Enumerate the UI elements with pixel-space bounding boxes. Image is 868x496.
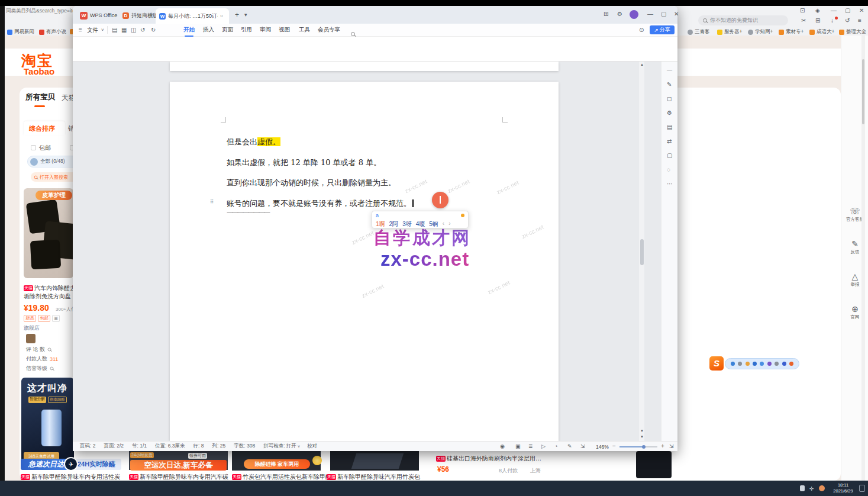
file-menu[interactable]: 文件 [87, 27, 98, 34]
status-proofread[interactable]: 校对 [307, 443, 317, 450]
tab-review[interactable]: 审阅 [260, 26, 271, 34]
browser-search-box[interactable]: 你不知道的免费知识 [698, 15, 788, 25]
read-mode-icon[interactable]: ▢ [667, 153, 672, 159]
product-title[interactable]: 天猫新车除甲醛除异味车内专用活性炭 [21, 473, 120, 481]
save-icon[interactable]: ▤ [112, 27, 117, 33]
hamburger-icon[interactable]: ≡ [79, 27, 82, 33]
bookmark-item[interactable]: 网易新闻 [7, 28, 34, 36]
ribbon-search-icon[interactable] [351, 32, 355, 36]
image-tool-icon[interactable]: ▤ [667, 124, 672, 130]
browser-minimize-button[interactable]: — [831, 8, 837, 14]
tool-icon[interactable] [753, 362, 757, 366]
chevron-down-icon[interactable]: ˅ [101, 28, 104, 33]
ime-next-icon[interactable]: › [448, 220, 450, 228]
web-view-icon[interactable]: ◔ [554, 444, 557, 449]
product-title[interactable]: 天猫新车除甲醛除异味车内专用汽车碳 [129, 473, 228, 481]
layout-grid-icon[interactable]: ⊞ [604, 11, 608, 17]
notification-center-icon[interactable] [859, 485, 865, 492]
product-image[interactable] [636, 451, 672, 478]
tool-icon[interactable] [789, 362, 793, 366]
notify-icon[interactable]: ⊙ [639, 27, 644, 33]
tool-icon[interactable] [760, 362, 764, 366]
tab-tools[interactable]: 工具 [299, 26, 310, 34]
capture-toolbar-buttons[interactable] [725, 358, 799, 369]
bookmark-item[interactable]: 整理大全 [839, 28, 866, 36]
share-button[interactable]: ↗ 分享 [650, 25, 675, 34]
zoom-in-icon[interactable]: + [661, 443, 664, 449]
more-tools-icon[interactable]: ⋯ [667, 181, 673, 187]
ime-candidate[interactable]: 1啊 [376, 220, 385, 228]
shop-link[interactable]: 旗舰店 [24, 324, 40, 332]
account-avatar[interactable] [630, 10, 638, 19]
tray-arrow-icon[interactable]: ✛ [809, 486, 814, 492]
ime-candidate[interactable]: 3呀 [402, 220, 412, 228]
undo-icon[interactable]: ↺ [140, 27, 145, 33]
shield-icon[interactable]: ◈ [815, 8, 820, 14]
extension-icon[interactable]: ⊡ [800, 8, 805, 14]
zoom-slider[interactable] [619, 446, 657, 447]
print-icon[interactable]: ▦ [121, 27, 127, 33]
scroll-down-icon[interactable]: ▼ [640, 429, 644, 433]
browser-menu-icon[interactable]: ≡ [858, 18, 861, 24]
product-title[interactable]: 天猫新车除甲醛除异味汽车用竹炭包 [327, 473, 420, 481]
wps-active-doc-tab[interactable]: W 每月小结: …1万50订单 ○ [156, 8, 229, 24]
ime-settings-dot[interactable] [461, 214, 464, 217]
document-scrollbar[interactable]: ▲ ▼ ▼ [639, 62, 644, 441]
tool-icon[interactable] [746, 362, 750, 366]
tab-insert[interactable]: 插入 [203, 26, 214, 34]
tab-member[interactable]: 会员专享 [318, 26, 340, 34]
bookmark-item[interactable]: 学知网+ [748, 28, 773, 36]
tool-icon[interactable] [767, 362, 772, 366]
next-page-icon[interactable]: ▼ [640, 435, 644, 439]
clock[interactable]: 18:11 2021/6/29 [830, 482, 857, 494]
scroll-up-icon[interactable]: ▲ [640, 63, 644, 66]
seller-filter-pill[interactable]: 全部 (0/48) [27, 156, 79, 168]
help-icon[interactable]: ◌ [667, 167, 670, 173]
wps-maximize-button[interactable]: ▢ [661, 11, 666, 17]
bookmark-item[interactable]: 成语大+ [809, 28, 834, 36]
ime-candidate[interactable]: 4嗄 [416, 220, 425, 228]
product-image[interactable]: 皮革护理 [24, 188, 73, 278]
switch-view-icon[interactable]: ⇄ [667, 139, 672, 144]
outline-view-icon[interactable]: ≣ [528, 444, 533, 449]
paragraph-1[interactable]: 但是会出虚假。 [227, 137, 280, 147]
tab-reference[interactable]: 引用 [241, 26, 252, 34]
eye-protect-icon[interactable]: ◉ [500, 444, 505, 449]
tool-icon[interactable] [775, 362, 779, 366]
tab-view[interactable]: 视图 [279, 26, 290, 34]
tab-all-items[interactable]: 所有宝贝 [25, 92, 55, 102]
paragraph-4[interactable]: 账号的问题，要不就是账号没有养，或者注册不规范。 [227, 198, 414, 209]
tray-app-icon[interactable] [819, 485, 825, 491]
ime-candidates[interactable]: 1啊 2阿 3呀 4嗄 5锕 ‹ › [376, 220, 451, 228]
scrollbar-thumb[interactable] [640, 239, 644, 265]
document-area[interactable]: 但是会出虚假。 如果出虚假，就把 12 单降 10 单或者 8 单。 直到你出现… [73, 62, 661, 441]
product-image[interactable] [330, 451, 419, 471]
wps-home-tab[interactable]: W WPS Office [76, 9, 121, 22]
listing-title[interactable]: 天猫硅基出口海外防雨刷剂内半涂层用… [436, 455, 541, 462]
chevron-down-icon[interactable]: ˅ [298, 445, 300, 449]
zoom-level[interactable]: 146% [596, 444, 609, 450]
tab-list-chevron[interactable]: ▾ [244, 12, 247, 18]
zoom-slider-thumb[interactable] [642, 445, 646, 449]
paragraph-3[interactable]: 直到你出现那个动销的时候，只出删除销量为主。 [227, 178, 396, 188]
page-view-icon[interactable]: ▣ [515, 444, 521, 449]
tab-page[interactable]: 页面 [222, 26, 233, 34]
product-image[interactable]: 这才叫净 智能分解 彻底除醛 3&5天免费试用 [21, 378, 74, 463]
ime-candidate[interactable]: 5锕 [429, 220, 438, 228]
options-gear-icon[interactable]: ⚙ [667, 110, 672, 116]
bookmark-item[interactable]: 三青客 [688, 28, 710, 36]
product-title[interactable]: 天猫汽车内饰除醛去 [24, 284, 76, 292]
paragraph-2[interactable]: 如果出虚假，就把 12 单降 10 单或者 8 单。 [227, 157, 381, 168]
scrollbar-thumb[interactable] [862, 59, 864, 124]
image-search-pill[interactable]: 打开入图搜索 [31, 172, 77, 182]
browser-scrollbar[interactable] [861, 36, 865, 481]
fit-page-icon[interactable]: ⇲ [580, 444, 585, 449]
wps-minimize-button[interactable]: — [647, 11, 653, 17]
product-title[interactable]: 天猫竹炭包汽车用活性炭包新车除甲醛 [232, 473, 331, 481]
apps-grid-icon[interactable]: ⊞ [815, 18, 820, 24]
collapse-icon[interactable]: — [667, 67, 672, 73]
tool-icon[interactable] [738, 362, 742, 366]
ime-prev-icon[interactable]: ‹ [443, 220, 444, 228]
status-word-count[interactable]: 字数: 308 [234, 443, 255, 450]
preview-icon[interactable]: ◫ [131, 27, 136, 33]
